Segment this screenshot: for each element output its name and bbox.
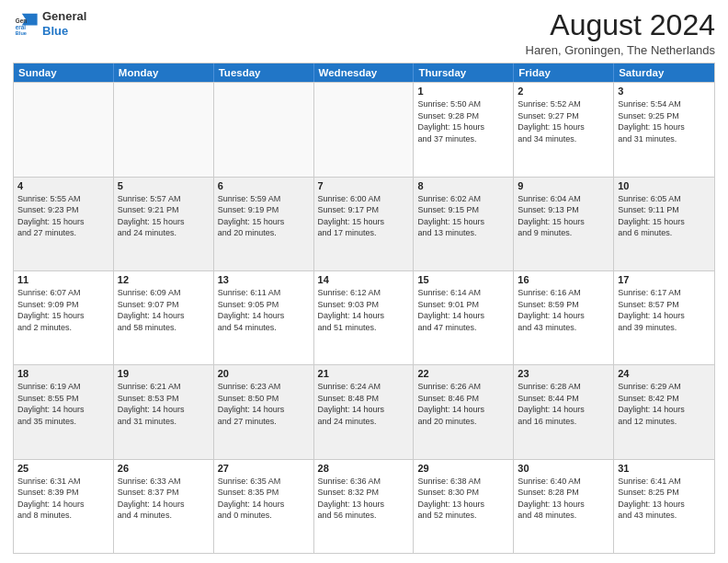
day-number: 11 [17,274,109,285]
day-cell-20: 20Sunrise: 6:23 AM Sunset: 8:50 PM Dayli… [214,365,314,458]
day-cell-26: 26Sunrise: 6:33 AM Sunset: 8:37 PM Dayli… [114,460,214,553]
day-info: Sunrise: 5:59 AM Sunset: 9:19 PM Dayligh… [218,193,310,239]
day-info: Sunrise: 6:35 AM Sunset: 8:35 PM Dayligh… [218,476,310,522]
day-info: Sunrise: 6:14 AM Sunset: 9:01 PM Dayligh… [417,287,509,333]
header: Gen eral Blue General Blue August 2024 H… [13,9,715,57]
logo: Gen eral Blue General Blue [13,9,86,38]
day-info: Sunrise: 6:07 AM Sunset: 9:09 PM Dayligh… [17,287,109,333]
day-cell-9: 9Sunrise: 6:04 AM Sunset: 9:13 PM Daylig… [514,178,614,270]
day-number: 7 [318,180,410,191]
day-info: Sunrise: 6:40 AM Sunset: 8:28 PM Dayligh… [518,476,609,522]
day-number: 20 [218,368,310,379]
week-row-4: 25Sunrise: 6:31 AM Sunset: 8:39 PM Dayli… [14,459,714,553]
day-cell-29: 29Sunrise: 6:38 AM Sunset: 8:30 PM Dayli… [414,460,514,553]
day-cell-13: 13Sunrise: 6:11 AM Sunset: 9:05 PM Dayli… [214,271,314,364]
day-number: 26 [118,463,210,474]
day-info: Sunrise: 6:05 AM Sunset: 9:11 PM Dayligh… [618,193,711,239]
calendar-header: SundayMondayTuesdayWednesdayThursdayFrid… [14,63,714,82]
day-number: 2 [518,86,609,97]
day-info: Sunrise: 6:04 AM Sunset: 9:13 PM Dayligh… [518,193,609,239]
logo-general: General [42,9,86,24]
empty-cell [314,83,415,176]
week-row-1: 4Sunrise: 5:55 AM Sunset: 9:23 PM Daylig… [14,177,714,270]
svg-text:eral: eral [16,23,26,29]
day-info: Sunrise: 6:33 AM Sunset: 8:37 PM Dayligh… [118,476,210,522]
day-info: Sunrise: 5:55 AM Sunset: 9:23 PM Dayligh… [17,193,109,239]
day-cell-8: 8Sunrise: 6:02 AM Sunset: 9:15 PM Daylig… [414,178,514,270]
day-header-wednesday: Wednesday [314,63,415,82]
day-number: 31 [618,463,711,474]
day-cell-4: 4Sunrise: 5:55 AM Sunset: 9:23 PM Daylig… [14,178,114,270]
day-cell-1: 1Sunrise: 5:50 AM Sunset: 9:28 PM Daylig… [414,83,514,176]
day-number: 4 [17,180,109,191]
day-info: Sunrise: 6:29 AM Sunset: 8:42 PM Dayligh… [618,381,711,427]
day-number: 9 [518,180,609,191]
day-info: Sunrise: 6:21 AM Sunset: 8:53 PM Dayligh… [118,381,210,427]
empty-cell [114,83,214,176]
day-cell-18: 18Sunrise: 6:19 AM Sunset: 8:55 PM Dayli… [14,365,114,458]
day-header-saturday: Saturday [614,63,714,82]
day-number: 10 [618,180,711,191]
day-number: 23 [518,368,609,379]
day-cell-5: 5Sunrise: 5:57 AM Sunset: 9:21 PM Daylig… [114,178,214,270]
day-cell-23: 23Sunrise: 6:28 AM Sunset: 8:44 PM Dayli… [514,365,614,458]
day-info: Sunrise: 6:41 AM Sunset: 8:25 PM Dayligh… [618,476,711,522]
day-number: 25 [17,463,109,474]
day-info: Sunrise: 6:17 AM Sunset: 8:57 PM Dayligh… [618,287,711,333]
day-number: 14 [318,274,410,285]
day-number: 21 [318,368,410,379]
day-header-monday: Monday [114,63,214,82]
day-cell-28: 28Sunrise: 6:36 AM Sunset: 8:32 PM Dayli… [314,460,415,553]
day-cell-24: 24Sunrise: 6:29 AM Sunset: 8:42 PM Dayli… [614,365,714,458]
day-info: Sunrise: 6:00 AM Sunset: 9:17 PM Dayligh… [318,193,410,239]
day-cell-16: 16Sunrise: 6:16 AM Sunset: 8:59 PM Dayli… [514,271,614,364]
day-cell-30: 30Sunrise: 6:40 AM Sunset: 8:28 PM Dayli… [514,460,614,553]
empty-cell [14,83,114,176]
day-number: 6 [218,180,310,191]
day-info: Sunrise: 5:57 AM Sunset: 9:21 PM Dayligh… [118,193,210,239]
week-row-3: 18Sunrise: 6:19 AM Sunset: 8:55 PM Dayli… [14,364,714,458]
week-row-2: 11Sunrise: 6:07 AM Sunset: 9:09 PM Dayli… [14,270,714,364]
empty-cell [214,83,314,176]
day-info: Sunrise: 6:26 AM Sunset: 8:46 PM Dayligh… [417,381,509,427]
day-number: 1 [417,86,509,97]
week-row-0: 1Sunrise: 5:50 AM Sunset: 9:28 PM Daylig… [14,82,714,176]
day-number: 28 [318,463,410,474]
day-info: Sunrise: 6:38 AM Sunset: 8:30 PM Dayligh… [417,476,509,522]
day-info: Sunrise: 6:16 AM Sunset: 8:59 PM Dayligh… [518,287,609,333]
day-header-sunday: Sunday [14,63,114,82]
day-header-thursday: Thursday [414,63,514,82]
day-cell-11: 11Sunrise: 6:07 AM Sunset: 9:09 PM Dayli… [14,271,114,364]
page: Gen eral Blue General Blue August 2024 H… [0,0,728,563]
day-number: 16 [518,274,609,285]
day-number: 27 [218,463,310,474]
day-info: Sunrise: 6:02 AM Sunset: 9:15 PM Dayligh… [417,193,509,239]
svg-text:Gen: Gen [16,17,27,23]
day-number: 24 [618,368,711,379]
day-cell-14: 14Sunrise: 6:12 AM Sunset: 9:03 PM Dayli… [314,271,415,364]
day-info: Sunrise: 6:36 AM Sunset: 8:32 PM Dayligh… [318,476,410,522]
logo-blue: Blue [42,24,86,39]
day-cell-6: 6Sunrise: 5:59 AM Sunset: 9:19 PM Daylig… [214,178,314,270]
day-info: Sunrise: 6:24 AM Sunset: 8:48 PM Dayligh… [318,381,410,427]
day-number: 8 [417,180,509,191]
day-info: Sunrise: 6:12 AM Sunset: 9:03 PM Dayligh… [318,287,410,333]
day-number: 3 [618,86,711,97]
day-cell-22: 22Sunrise: 6:26 AM Sunset: 8:46 PM Dayli… [414,365,514,458]
day-info: Sunrise: 6:23 AM Sunset: 8:50 PM Dayligh… [218,381,310,427]
svg-text:Blue: Blue [16,29,27,35]
calendar: SundayMondayTuesdayWednesdayThursdayFrid… [13,63,715,554]
day-number: 15 [417,274,509,285]
day-number: 29 [417,463,509,474]
day-info: Sunrise: 6:28 AM Sunset: 8:44 PM Dayligh… [518,381,609,427]
day-info: Sunrise: 6:09 AM Sunset: 9:07 PM Dayligh… [118,287,210,333]
day-info: Sunrise: 5:52 AM Sunset: 9:27 PM Dayligh… [518,98,609,144]
logo-icon: Gen eral Blue [13,11,39,37]
day-cell-27: 27Sunrise: 6:35 AM Sunset: 8:35 PM Dayli… [214,460,314,553]
day-cell-12: 12Sunrise: 6:09 AM Sunset: 9:07 PM Dayli… [114,271,214,364]
month-title: August 2024 [526,9,715,41]
day-cell-21: 21Sunrise: 6:24 AM Sunset: 8:48 PM Dayli… [314,365,415,458]
day-cell-7: 7Sunrise: 6:00 AM Sunset: 9:17 PM Daylig… [314,178,415,270]
day-info: Sunrise: 6:31 AM Sunset: 8:39 PM Dayligh… [17,476,109,522]
day-info: Sunrise: 5:50 AM Sunset: 9:28 PM Dayligh… [417,98,509,144]
